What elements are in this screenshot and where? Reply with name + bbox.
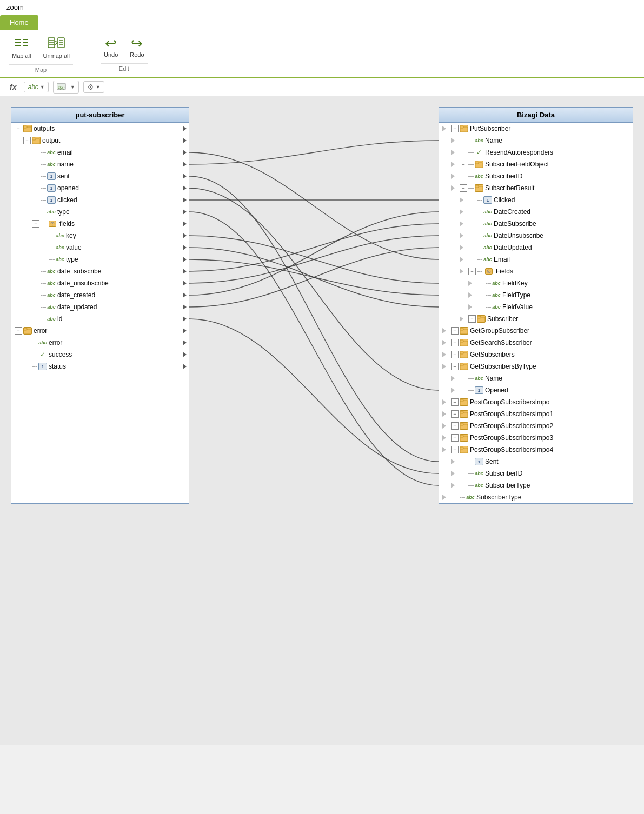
format-dropdown[interactable]: f(x) ▼ xyxy=(53,81,79,94)
left-panel-header: put-subscriber xyxy=(11,108,189,123)
left-item-id[interactable]: abc id xyxy=(11,313,189,325)
right-panel: Bizagi Data − PutSubscriber abc Name xyxy=(439,107,633,504)
svg-rect-43 xyxy=(460,364,463,366)
left-item-date_subscribe[interactable]: abc date_subscribe xyxy=(11,265,189,277)
right-item-FieldKey[interactable]: abc FieldKey xyxy=(439,277,633,289)
svg-rect-53 xyxy=(460,447,463,449)
svg-point-33 xyxy=(488,271,489,272)
svg-rect-51 xyxy=(460,435,463,437)
svg-rect-47 xyxy=(460,411,463,413)
right-item-FieldType[interactable]: abc FieldType xyxy=(439,289,633,301)
right-item-GetSubscribersByType[interactable]: − GetSubscribersByType xyxy=(439,361,633,372)
right-panel-header: Bizagi Data xyxy=(439,108,633,123)
right-item-PostGroupSubscribersImpo1[interactable]: − PostGroupSubscribersImpo1 xyxy=(439,408,633,420)
left-item-success[interactable]: ✓ success xyxy=(11,349,189,361)
left-item-type[interactable]: abc type xyxy=(11,206,189,218)
right-item-SubscriberResult[interactable]: − SubscriberResult xyxy=(439,182,633,194)
left-item-error[interactable]: − error xyxy=(11,325,189,337)
right-item-PostGroupSubscribersImpo4[interactable]: − PostGroupSubscribersImpo4 xyxy=(439,444,633,456)
gear-arrow: ▼ xyxy=(96,84,101,90)
canvas-area xyxy=(189,107,439,504)
right-item-ResendAutoresponders[interactable]: ✓ ResendAutoresponders xyxy=(439,146,633,158)
svg-rect-31 xyxy=(475,185,479,188)
right-item-DateCreated[interactable]: abc DateCreated xyxy=(439,206,633,218)
right-item-SubscriberFieldObject[interactable]: − SubscriberFieldObject xyxy=(439,158,633,170)
svg-rect-41 xyxy=(460,352,463,354)
unmap-all-label: Unmap all xyxy=(43,52,70,59)
type-dropdown[interactable]: abc ▼ xyxy=(24,82,48,92)
gear-icon: ⚙ xyxy=(87,83,94,91)
right-item-PutSubscriber[interactable]: − PutSubscriber xyxy=(439,123,633,135)
left-item-key[interactable]: abc key xyxy=(11,230,189,242)
map-group-label: Map xyxy=(9,64,73,73)
right-item-GetSearchSubscriber[interactable]: − GetSearchSubscriber xyxy=(439,337,633,349)
right-item-Email[interactable]: abc Email xyxy=(439,253,633,265)
ribbon: Home Map all xyxy=(0,15,644,78)
svg-rect-27 xyxy=(460,126,463,128)
left-item-name[interactable]: abc name xyxy=(11,158,189,170)
svg-rect-37 xyxy=(460,328,463,330)
left-item-opened[interactable]: 1 opened xyxy=(11,182,189,194)
svg-text:f(x): f(x) xyxy=(58,85,65,90)
fx-button[interactable]: fx xyxy=(6,81,19,93)
svg-point-23 xyxy=(52,223,53,224)
right-item-Name[interactable]: abc Name xyxy=(439,135,633,146)
format-arrow: ▼ xyxy=(70,84,75,90)
gear-dropdown[interactable]: ⚙ ▼ xyxy=(83,81,104,93)
right-item-FieldValue[interactable]: abc FieldValue xyxy=(439,301,633,313)
right-item-GetSubscribers[interactable]: − GetSubscribers xyxy=(439,349,633,361)
left-item-status[interactable]: 1 status xyxy=(11,361,189,372)
main-content: put-subscriber − outputs − output abc em… xyxy=(0,96,644,745)
svg-rect-39 xyxy=(460,340,463,342)
right-item-SubscriberID2[interactable]: abc SubscriberID xyxy=(439,468,633,479)
left-item-outputs[interactable]: − outputs xyxy=(11,123,189,135)
left-item-email[interactable]: abc email xyxy=(11,146,189,158)
left-item-date_unsubscribe[interactable]: abc date_unsubscribe xyxy=(11,277,189,289)
toolbar: fx abc ▼ f(x) ▼ ⚙ ▼ xyxy=(0,78,644,96)
svg-rect-21 xyxy=(32,138,36,140)
left-item-value[interactable]: abc value xyxy=(11,242,189,253)
right-item-Opened[interactable]: 1 Opened xyxy=(439,384,633,396)
svg-line-15 xyxy=(55,43,58,45)
right-item-Sent[interactable]: 1 Sent xyxy=(439,456,633,468)
map-all-button[interactable]: Map all xyxy=(9,34,34,61)
right-item-PostGroupSubscribersImpo2[interactable]: − PostGroupSubscribersImpo2 xyxy=(439,420,633,432)
svg-rect-45 xyxy=(460,399,463,402)
right-item-Clicked[interactable]: 1 Clicked xyxy=(439,194,633,206)
undo-button[interactable]: ↩ Undo xyxy=(101,34,121,60)
left-item-fields[interactable]: − fields xyxy=(11,218,189,230)
right-item-SubscriberType[interactable]: abc SubscriberType xyxy=(439,479,633,491)
title-label: zoom xyxy=(6,3,24,11)
left-item-output[interactable]: − output xyxy=(11,135,189,146)
right-item-Name2[interactable]: abc Name xyxy=(439,372,633,384)
right-item-DateUpdated[interactable]: abc DateUpdated xyxy=(439,242,633,253)
left-item-date_updated[interactable]: abc date_updated xyxy=(11,301,189,313)
left-item-clicked[interactable]: 1 clicked xyxy=(11,194,189,206)
right-item-DateSubscribe[interactable]: abc DateSubscribe xyxy=(439,218,633,230)
right-item-DateUnsubscribe[interactable]: abc DateUnsubscribe xyxy=(439,230,633,242)
undo-label: Undo xyxy=(104,51,118,58)
svg-rect-19 xyxy=(24,126,27,128)
right-item-GetGroupSubscriber[interactable]: − GetGroupSubscriber xyxy=(439,325,633,337)
right-item-Subscriber[interactable]: − Subscriber xyxy=(439,313,633,325)
dropdown-arrow: ▼ xyxy=(40,84,45,90)
redo-button[interactable]: ↪ Redo xyxy=(127,34,147,60)
left-item-error2[interactable]: abc error xyxy=(11,337,189,349)
redo-label: Redo xyxy=(130,51,144,58)
unmap-all-button[interactable]: Unmap all xyxy=(39,34,73,61)
left-item-type2[interactable]: abc type xyxy=(11,253,189,265)
svg-rect-49 xyxy=(460,423,463,425)
left-item-date_created[interactable]: abc date_created xyxy=(11,289,189,301)
abc-label: abc xyxy=(28,83,38,91)
left-item-sent[interactable]: 1 sent xyxy=(11,170,189,182)
right-item-SubscriberID[interactable]: abc SubscriberID xyxy=(439,170,633,182)
svg-line-14 xyxy=(55,41,58,43)
right-item-PostGroupSubscribersImpo3[interactable]: − PostGroupSubscribersImpo3 xyxy=(439,432,633,444)
right-item-PostGroupSubscribersImpo[interactable]: − PostGroupSubscribersImpo xyxy=(439,396,633,408)
unmap-all-icon xyxy=(48,36,65,51)
svg-rect-25 xyxy=(24,328,27,330)
right-item-SubscriberType2[interactable]: abc SubscriberType xyxy=(439,491,633,503)
format-icon: f(x) xyxy=(57,82,69,92)
right-item-Fields[interactable]: − Fields xyxy=(439,265,633,277)
tab-home[interactable]: Home xyxy=(0,15,38,30)
